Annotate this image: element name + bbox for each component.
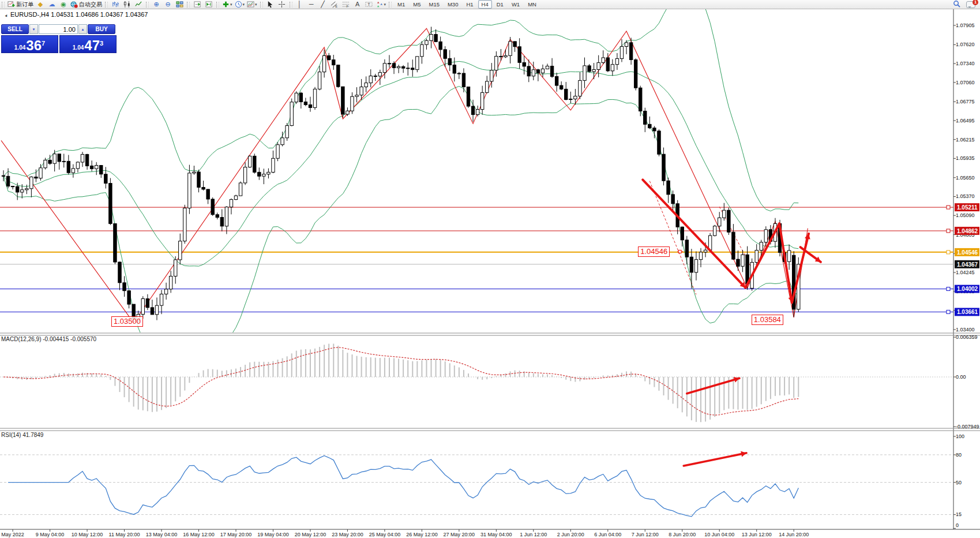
bar-chart-icon[interactable] <box>110 1 121 9</box>
volume-input[interactable] <box>39 24 78 34</box>
price-scale-labels: 1.052111.048621.045461.043671.040021.036… <box>955 203 979 316</box>
symbol-header: ▲EURUSD-,H4 1.04531 1.04686 1.04367 1.04… <box>5 11 148 18</box>
macd-arrow[interactable] <box>687 377 739 394</box>
shapes-icon[interactable]: ▾ <box>375 1 388 9</box>
zigzag-lines[interactable] <box>1 28 808 323</box>
svg-text:80: 80 <box>956 452 962 458</box>
notifications-icon[interactable]: 1 <box>966 1 975 8</box>
sell-price-box[interactable]: 1.04367 <box>1 35 58 53</box>
trendline-icon[interactable]: ╱ <box>317 1 329 9</box>
macd-scale: 0.0063590.00-0.007949 <box>953 334 979 429</box>
search-icon[interactable] <box>953 0 960 9</box>
volume-down-button[interactable]: ▼ <box>29 24 38 34</box>
svg-text:0.00: 0.00 <box>956 374 966 380</box>
svg-text:1.05650: 1.05650 <box>956 175 975 181</box>
volume-up-button[interactable]: ▲ <box>78 24 87 34</box>
svg-text:1.05090: 1.05090 <box>956 212 975 218</box>
chart-shift-icon[interactable] <box>203 1 215 9</box>
price-annotation-label[interactable]: 1.03584 <box>752 315 783 325</box>
svg-text:14 Jun 20:00: 14 Jun 20:00 <box>779 532 809 537</box>
svg-text:6 Jun 04:00: 6 Jun 04:00 <box>594 532 621 537</box>
svg-text:May 2022: May 2022 <box>1 532 24 537</box>
svg-text:11 May 20:00: 11 May 20:00 <box>109 532 140 537</box>
timeframe-h4-button[interactable]: H4 <box>478 0 492 9</box>
chevron-down-icon[interactable]: ▾ <box>384 1 386 8</box>
svg-text:20 May 12:00: 20 May 12:00 <box>295 532 326 537</box>
add-indicator-button[interactable]: ▾ <box>221 1 234 9</box>
svg-text:1.07905: 1.07905 <box>956 23 975 28</box>
notification-badge: 1 <box>973 0 978 5</box>
svg-text:8 Jun 20:00: 8 Jun 20:00 <box>669 532 696 537</box>
svg-text:1.04245: 1.04245 <box>956 270 975 275</box>
chevron-down-icon[interactable]: ▾ <box>243 1 245 8</box>
svg-text:E: E <box>335 5 337 8</box>
rsi-panel <box>0 455 953 517</box>
buy-price-prefix: 1.04 <box>73 44 84 51</box>
timeframe-mn-button[interactable]: MN <box>524 0 540 9</box>
svg-text:F: F <box>346 5 348 8</box>
toolbar-grip <box>187 2 190 8</box>
horizontal-line-icon[interactable]: ─ <box>306 1 317 9</box>
svg-text:19 May 04:00: 19 May 04:00 <box>257 532 289 537</box>
crosshair-icon[interactable] <box>276 1 288 9</box>
vertical-line-icon[interactable]: │ <box>294 1 306 9</box>
channel-icon[interactable]: E <box>329 1 340 9</box>
chart-arrow-icon: ▲ <box>4 13 9 18</box>
time-scale[interactable]: May 20229 May 04:0010 May 12:0011 May 20… <box>1 529 809 537</box>
period-button[interactable]: ▾ <box>234 1 246 9</box>
one-click-trade-panel: SELL ▼ ▲ BUY 1.04367 1.04473 <box>1 24 117 53</box>
svg-text:27 May 20:00: 27 May 20:00 <box>444 532 475 537</box>
profile-icon[interactable]: ☁ <box>46 1 58 9</box>
svg-text:1.07620: 1.07620 <box>956 42 975 47</box>
toolbar-grip <box>290 2 292 8</box>
label-icon[interactable]: T <box>363 1 375 9</box>
toolbar-grip <box>216 2 219 8</box>
timeframe-w1-button[interactable]: W1 <box>508 0 523 9</box>
timeframe-h1-button[interactable]: H1 <box>463 0 476 9</box>
chart-canvas[interactable]: 1.079051.076201.073401.070601.067751.064… <box>0 0 980 538</box>
sell-price-big: 36 <box>26 39 42 52</box>
svg-text:9 May 04:00: 9 May 04:00 <box>36 532 65 537</box>
auto-scroll-icon[interactable] <box>192 1 203 9</box>
candlestick-icon[interactable] <box>121 1 133 9</box>
timeframe-m15-button[interactable]: M15 <box>425 0 442 9</box>
fibonacci-icon[interactable]: F <box>340 1 352 9</box>
timeframe-m1-button[interactable]: M1 <box>394 0 408 9</box>
styler-icon[interactable]: ◆ <box>35 1 46 9</box>
new-order-button[interactable]: 新订单 <box>6 1 35 9</box>
chevron-down-icon[interactable]: ▾ <box>255 1 257 8</box>
zoom-in-icon[interactable]: ⊕ <box>151 1 162 9</box>
price-annotation-label[interactable]: 1.03500 <box>111 316 143 327</box>
svg-text:15: 15 <box>956 511 962 517</box>
svg-text:10 May 12:00: 10 May 12:00 <box>72 532 103 537</box>
svg-text:13 Jun 12:00: 13 Jun 12:00 <box>742 532 772 537</box>
symbol-ohlc-text: EURUSD-,H4 1.04531 1.04686 1.04367 1.043… <box>10 11 148 18</box>
buy-price-box[interactable]: 1.04473 <box>59 35 117 53</box>
line-chart-icon[interactable] <box>133 1 144 9</box>
svg-text:1.05211: 1.05211 <box>957 204 978 211</box>
sell-price-sup: 7 <box>42 40 45 47</box>
rsi-indicator-label: RSI(14) 41.7849 <box>1 432 43 438</box>
zoom-out-icon[interactable]: ⊖ <box>162 1 174 9</box>
price-annotation-label[interactable]: 1.04546 <box>638 246 670 257</box>
signal-icon[interactable]: ◉ <box>58 1 69 9</box>
rsi-arrow[interactable] <box>684 451 746 466</box>
svg-text:1.04546: 1.04546 <box>957 249 978 256</box>
svg-text:1.06215: 1.06215 <box>956 137 975 143</box>
timeframe-d1-button[interactable]: D1 <box>493 0 507 9</box>
toolbar-grip <box>260 2 263 8</box>
autotrading-button[interactable]: 自动交易 <box>69 1 103 9</box>
tile-windows-icon[interactable] <box>174 1 185 9</box>
chevron-down-icon[interactable]: ▾ <box>230 1 232 8</box>
svg-text:0.006359: 0.006359 <box>956 334 978 340</box>
template-button[interactable]: ▾ <box>246 1 258 9</box>
svg-text:1.06495: 1.06495 <box>956 118 975 124</box>
sell-button[interactable]: SELL <box>1 24 29 34</box>
timeframe-m30-button[interactable]: M30 <box>444 0 461 9</box>
buy-button[interactable]: BUY <box>88 24 115 34</box>
macd-panel <box>0 343 953 422</box>
timeframe-m5-button[interactable]: M5 <box>410 0 424 9</box>
text-icon[interactable]: A <box>352 1 363 9</box>
cursor-icon[interactable] <box>265 1 276 9</box>
svg-text:2 Jun 20:00: 2 Jun 20:00 <box>557 532 584 537</box>
